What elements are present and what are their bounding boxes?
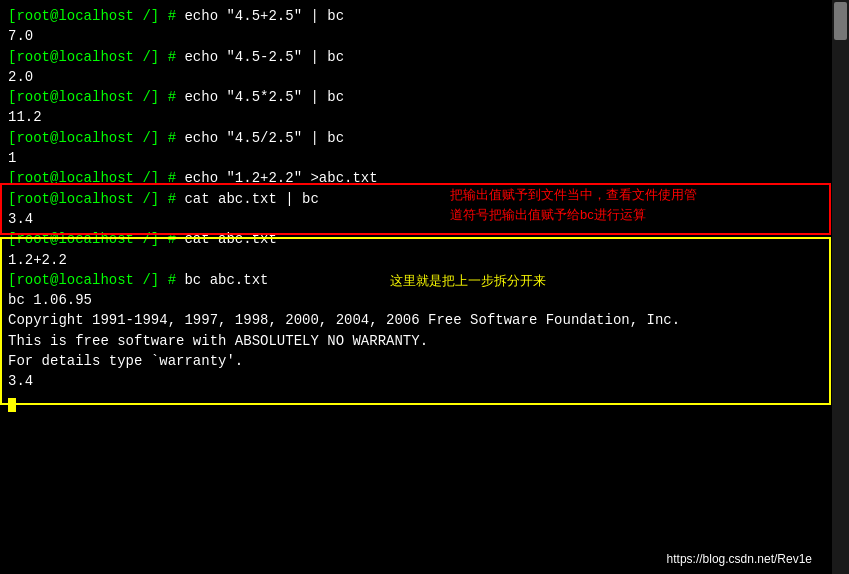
cursor-line: [8, 392, 824, 412]
prompt-14: [root@localhost /] #: [8, 272, 184, 288]
cmd-10: cat abc.txt | bc: [184, 191, 318, 207]
prompt-1: [root@localhost /] #: [8, 8, 184, 24]
output-7: bc 1.06.95: [8, 290, 824, 310]
terminal-line-1: [root@localhost /] # echo "4.5+2.5" | bc: [8, 6, 824, 26]
terminal: [root@localhost /] # echo "4.5+2.5" | bc…: [0, 0, 832, 574]
output-10: For details type `warranty'.: [8, 351, 824, 371]
terminal-line-5: [root@localhost /] # echo "4.5*2.5" | bc: [8, 87, 824, 107]
scrollbar-thumb[interactable]: [834, 2, 847, 40]
terminal-cursor: [8, 398, 16, 412]
terminal-line-10: [root@localhost /] # cat abc.txt | bc: [8, 189, 824, 209]
terminal-line-3: [root@localhost /] # echo "4.5-2.5" | bc: [8, 47, 824, 67]
annotation-red: 把输出值赋予到文件当中，查看文件使用管 道符号把输出值赋予给bc进行运算: [450, 185, 697, 224]
terminal-line-12: [root@localhost /] # cat abc.txt: [8, 229, 824, 249]
output-3: 11.2: [8, 107, 824, 127]
output-5: 3.4: [8, 209, 824, 229]
prompt-10: [root@localhost /] #: [8, 191, 184, 207]
output-6: 1.2+2.2: [8, 250, 824, 270]
output-4: 1: [8, 148, 824, 168]
output-1: 7.0: [8, 26, 824, 46]
output-2: 2.0: [8, 67, 824, 87]
prompt-3: [root@localhost /] #: [8, 49, 184, 65]
terminal-line-7: [root@localhost /] # echo "4.5/2.5" | bc: [8, 128, 824, 148]
output-9: This is free software with ABSOLUTELY NO…: [8, 331, 824, 351]
prompt-9: [root@localhost /] #: [8, 170, 184, 186]
prompt-12: [root@localhost /] #: [8, 231, 184, 247]
prompt-7: [root@localhost /] #: [8, 130, 184, 146]
annotation-yellow: 这里就是把上一步拆分开来: [390, 272, 546, 290]
scrollbar[interactable]: [832, 0, 849, 574]
cmd-9: echo "1.2+2.2" >abc.txt: [184, 170, 377, 186]
output-11: 3.4: [8, 371, 824, 391]
prompt-5: [root@localhost /] #: [8, 89, 184, 105]
cmd-1: echo "4.5+2.5" | bc: [184, 8, 344, 24]
cmd-14: bc abc.txt: [184, 272, 268, 288]
cmd-5: echo "4.5*2.5" | bc: [184, 89, 344, 105]
footer-url: https://blog.csdn.net/Rev1e: [667, 552, 812, 566]
output-8: Copyright 1991-1994, 1997, 1998, 2000, 2…: [8, 310, 824, 330]
cmd-7: echo "4.5/2.5" | bc: [184, 130, 344, 146]
cmd-12: cat abc.txt: [184, 231, 276, 247]
terminal-line-9: [root@localhost /] # echo "1.2+2.2" >abc…: [8, 168, 824, 188]
cmd-3: echo "4.5-2.5" | bc: [184, 49, 344, 65]
